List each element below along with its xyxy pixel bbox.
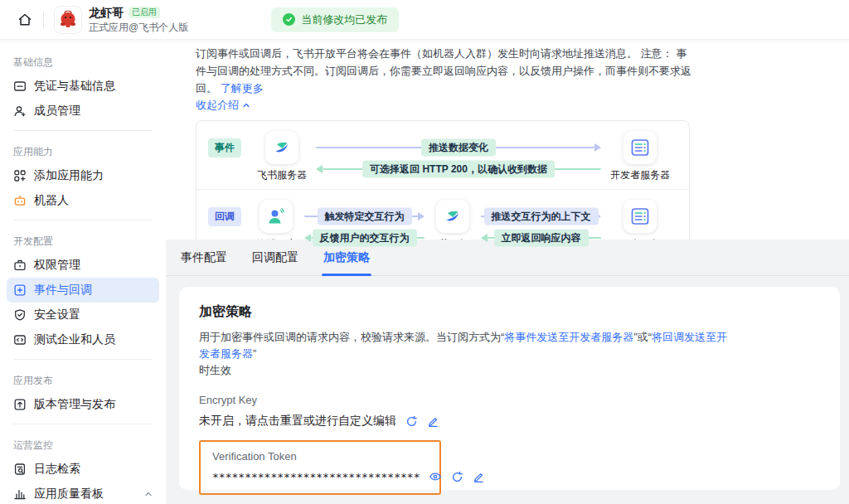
section-header-basic: 基础信息 [0,48,166,74]
sidebar-item-label: 机器人 [34,193,69,208]
panel-description: 用于加密事件或回调的请求内容，校验请求来源。当订阅方式为“将事件发送至开发者服务… [199,329,730,379]
intro-section: 订阅事件或回调后，飞书开放平台将会在事件（如机器人入群）发生时向请求地址推送消息… [166,40,849,240]
diagram-event-row: 事件 飞书服务器 推送数据变化 可选择返回 HTTP 200，以确认收到数据 [196,121,689,189]
divider [13,130,153,131]
edit-icon[interactable] [427,415,439,428]
robot-icon [13,194,27,207]
learn-more-link[interactable]: 了解更多 [221,82,264,94]
sidebar-item-security[interactable]: 安全设置 [7,303,159,327]
refresh-icon[interactable] [451,471,463,483]
sidebar-item-test-company[interactable]: 测试企业和人员 [7,327,159,352]
verification-token-label: Verification Token [212,450,428,463]
panel-description-line2: 时生效 [199,364,231,376]
sidebar-item-version-release[interactable]: 版本管理与发布 [7,392,159,417]
home-button[interactable] [13,8,36,32]
verification-token-value: ******************************** [212,471,420,483]
briefcase-icon [13,259,27,272]
sidebar-item-label: 应用质量看板 [34,487,104,502]
sidebar-item-label: 测试企业和人员 [34,332,115,347]
crayfish-avatar-icon [56,8,80,32]
add-capability-icon [13,169,27,182]
main-content: 订阅事件或回调后，飞书开放平台将会在事件（如机器人入群）发生时向请求地址推送消息… [166,40,849,504]
enabled-badge: 已启用 [129,7,160,18]
tab-encryption-strategy[interactable]: 加密策略 [322,242,371,275]
sidebar-item-permissions[interactable]: 权限管理 [7,253,159,278]
collapse-intro-link[interactable]: 收起介绍 [196,98,250,113]
sidebar-item-label: 安全设置 [34,308,80,322]
credential-card-icon [13,80,27,93]
event-callback-icon [13,284,27,297]
section-header-monitoring: 运营监控 [0,431,166,457]
user-icon [260,200,293,233]
callback-badge: 回调 [208,207,241,226]
sidebar-item-label: 凭证与基础信息 [34,79,115,94]
sidebar-item-add-capability[interactable]: 添加应用能力 [7,163,159,188]
forward-label: 推送交互行为的上下文 [484,208,599,225]
backward-label: 立即返回响应内容 [494,230,589,247]
app-subtitle: 正式应用@飞书个人版 [89,22,188,33]
config-zone: 事件配置 回调配置 加密策略 加密策略 用于加密事件或回调的请求内容，校验请求来… [166,240,849,504]
sidebar-item-bot[interactable]: 机器人 [7,188,159,213]
check-circle-icon [283,13,295,26]
refresh-icon[interactable] [405,415,418,428]
sidebar-item-label: 版本管理与发布 [34,397,115,412]
version-upload-icon [13,398,27,411]
app-avatar [54,6,82,34]
sidebar-item-events-callbacks[interactable]: 事件与回调 [7,278,159,303]
event-badge: 事件 [208,138,241,158]
app-name: 龙虾哥 [89,6,124,20]
code-brackets-icon [13,333,27,346]
sidebar-item-label: 权限管理 [34,258,80,273]
encrypt-key-label: Encrypt Key [199,394,820,406]
server-icon [623,131,657,164]
publish-status-text: 当前修改均已发布 [301,12,387,27]
home-icon [17,12,33,28]
backward-label: 可选择返回 HTTP 200，以确认收到数据 [362,161,555,178]
event-callback-diagram: 事件 飞书服务器 推送数据变化 可选择返回 HTTP 200，以确认收到数据 [196,120,690,259]
divider [13,424,153,424]
forward-label: 推送数据变化 [421,139,496,157]
annotation-highlight-box: Verification Token *********************… [199,440,441,495]
feishu-logo-icon [436,200,469,233]
topbar: 龙虾哥 已启用 正式应用@飞书个人版 当前修改均已发布 [0,0,849,40]
encrypt-key-value: 未开启，请点击重置或进行自定义编辑 [199,414,396,429]
developer-server-node: 开发者服务器 [603,131,677,182]
sidebar-item-quality-board[interactable]: 应用质量看板 [7,482,159,504]
intro-text: 订阅事件或回调后，飞书开放平台将会在事件（如机器人入群）发生时向请求地址推送消息… [196,47,691,94]
section-header-capability: 应用能力 [0,138,166,163]
server-icon [623,200,657,233]
sidebar-item-label: 日志检索 [34,462,80,477]
quality-chart-icon [13,487,27,501]
feishu-server-node: 飞书服务器 [250,131,314,182]
sidebar-item-label: 成员管理 [34,104,80,119]
sidebar-item-log-search[interactable]: 日志检索 [7,457,159,482]
sidebar-item-members[interactable]: 成员管理 [7,99,159,124]
tab-event-config[interactable]: 事件配置 [179,242,229,275]
divider [13,220,153,220]
member-icon [13,104,27,118]
chevron-up-icon[interactable] [144,490,153,498]
caret-up-icon [242,101,250,109]
section-header-release: 应用发布 [0,366,166,392]
edit-icon[interactable] [473,471,485,483]
tab-callback-config[interactable]: 回调配置 [250,242,300,275]
divider [13,359,153,360]
send-event-link[interactable]: 将事件发送至开发者服务器 [504,331,633,343]
panel-title: 加密策略 [199,303,820,321]
intro-paragraph: 订阅事件或回调后，飞书开放平台将会在事件（如机器人入群）发生时向请求地址推送消息… [196,45,691,97]
section-header-dev-config: 开发配置 [0,227,166,253]
sidebar-item-label: 添加应用能力 [34,168,104,183]
feishu-logo-icon [265,131,298,164]
eye-icon[interactable] [429,470,442,483]
callback-link-2: 推送交互行为的上下文 立即返回响应内容 [479,206,603,249]
divider [43,12,44,27]
shield-check-icon [13,308,27,322]
forward-label: 触发特定交互行为 [318,208,412,225]
sidebar-item-label: 事件与回调 [34,283,92,298]
sidebar: 基础信息 凭证与基础信息 成员管理 应用能力 添加应用能力 机器人 [0,40,166,504]
sidebar-item-credentials[interactable]: 凭证与基础信息 [7,74,159,99]
encryption-strategy-panel: 加密策略 用于加密事件或回调的请求内容，校验请求来源。当订阅方式为“将事件发送至… [179,287,840,490]
publish-status-banner: 当前修改均已发布 [271,7,399,32]
event-link: 推送数据变化 可选择返回 HTTP 200，以确认收到数据 [314,137,603,180]
log-search-icon [13,463,27,476]
